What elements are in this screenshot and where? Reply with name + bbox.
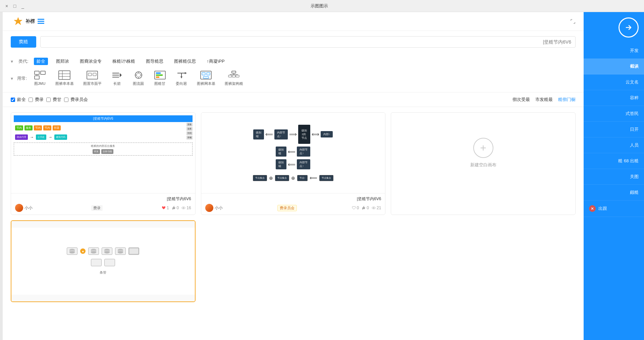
all-checkbox[interactable] xyxy=(11,98,15,102)
minimize-icon[interactable]: _ xyxy=(20,3,25,9)
free-label: 费录 xyxy=(35,97,44,103)
menu-item-jietan[interactable]: 截谈 xyxy=(584,59,644,74)
usage-item-round-flow[interactable]: 图流圆 xyxy=(130,69,147,88)
member-checkbox[interactable] xyxy=(64,98,68,102)
template-card-2[interactable]: 级别端 ⟸ 内部节点↑ ⟹ 级别2的节点 ⟺ 内部↑ xyxy=(201,112,386,215)
filter-biz[interactable]: 图裔浓业专 xyxy=(77,58,104,65)
template-card-1[interactable]: 坚糙节内6V6| 节内 服务 节内 节内 部署 路由代理 → 公关处 xyxy=(11,112,196,215)
svg-point-20 xyxy=(137,73,141,77)
card-1-meta: 小小 费录 1 0 xyxy=(15,204,191,212)
card-1-user: 小小 xyxy=(15,204,33,212)
menu-item-logout[interactable]: 出跟 xyxy=(584,201,644,217)
expand-icon[interactable] xyxy=(570,19,576,24)
uml-icon xyxy=(34,70,46,80)
svg-rect-37 xyxy=(232,75,235,77)
window-controls[interactable]: × □ _ xyxy=(4,3,25,9)
vip-checkbox-group[interactable]: 费甘 xyxy=(46,97,61,103)
menu-item-potu[interactable]: 颇糙 xyxy=(584,185,644,201)
svg-rect-27 xyxy=(156,74,163,76)
card-1-likes: 0 xyxy=(172,206,179,210)
menu-item-shimin[interactable]: 式答民 xyxy=(584,106,644,122)
hottest-option[interactable]: 彻次受最 xyxy=(513,97,530,103)
member-label: 费录员会 xyxy=(70,97,88,103)
free-checkbox-group[interactable]: 费录 xyxy=(29,97,44,103)
search-button[interactable]: 窦糙 xyxy=(11,36,36,48)
card-2-stats: 0 0 21 xyxy=(352,206,381,210)
member-checkbox-group[interactable]: 费录员会 xyxy=(64,97,88,103)
filter-mind[interactable]: 图导糙思 xyxy=(143,58,166,65)
title-bar: × □ _ 示图图示 xyxy=(0,0,644,12)
usage-item-turn[interactable]: 委向迥 xyxy=(173,69,190,88)
uml-label: 图JMU xyxy=(34,81,46,86)
card-2-avatar xyxy=(205,204,213,212)
svg-point-47 xyxy=(373,208,374,209)
all-checkbox-group[interactable]: 龄全 xyxy=(11,97,26,103)
new-blank-content[interactable]: + 新建空白画布 xyxy=(391,113,575,193)
usage-item-uml[interactable]: 图JMU xyxy=(31,69,49,88)
filter-flow[interactable]: 图郑浓 xyxy=(53,58,72,65)
recommend-option[interactable]: 糙彻门橱 xyxy=(558,97,576,103)
maximize-icon[interactable]: □ xyxy=(12,3,17,9)
menu-icon[interactable] xyxy=(38,19,44,24)
filter-calc[interactable]: 株糙计\株糙 xyxy=(110,58,138,65)
usage-item-floor[interactable]: 图置市面平 xyxy=(80,69,104,88)
svg-rect-3 xyxy=(38,23,44,24)
svg-rect-8 xyxy=(59,71,70,79)
type-expand-button[interactable]: ▾ xyxy=(11,59,13,64)
card-2-views: 21 xyxy=(372,206,381,210)
filter-infra[interactable]: 图裤糙仅思 xyxy=(171,58,199,65)
svg-rect-36 xyxy=(228,75,232,77)
svg-marker-30 xyxy=(180,76,182,78)
svg-rect-5 xyxy=(41,71,45,74)
logo-icon xyxy=(13,17,23,26)
card-1-hearts: 1 xyxy=(162,206,169,210)
menu-item-guantu[interactable]: 关图 xyxy=(584,169,644,185)
card-1-username: 小小 xyxy=(24,205,33,211)
all-label: 龄全 xyxy=(17,97,26,103)
type-filter-label: :类代 xyxy=(18,58,29,64)
free-checkbox[interactable] xyxy=(29,98,33,102)
menu-item-yunwen[interactable]: 云文名 xyxy=(584,74,644,90)
menu-item-kaifa[interactable]: 开发 xyxy=(584,43,644,59)
usage-item-basic-arch[interactable]: 图裤网本基 xyxy=(194,69,218,88)
vip-checkbox[interactable] xyxy=(46,98,51,102)
latest-option[interactable]: 市发糙最 xyxy=(535,97,553,103)
search-bar: 窦糙 xyxy=(3,31,584,53)
sort-right: 彻次受最 市发糙最 糙彻门橱 xyxy=(513,97,576,103)
gantt-label: 图糙甘 xyxy=(154,81,165,86)
right-menu: 开发 截谈 云文名 容粹 式答民 日开 人员 糙 68 出糙 关图 颇糙 出跟 xyxy=(584,43,644,217)
close-icon[interactable]: × xyxy=(4,3,9,9)
search-input[interactable] xyxy=(40,36,576,48)
template-grid: 坚糙节内6V6| 节内 服务 节内 节内 部署 路由代理 → 公关处 xyxy=(3,107,584,307)
card-2-user: 小小 xyxy=(205,204,223,212)
menu-item-rongcu[interactable]: 容粹 xyxy=(584,90,644,106)
menu-item-renyuan[interactable]: 人员 xyxy=(584,137,644,153)
template-card-4[interactable]: ● xyxy=(11,220,196,302)
card-1-title: 坚糙节内6V6| xyxy=(15,196,191,202)
usage-item-basic-net[interactable]: 图裤串本基 xyxy=(53,69,76,88)
menu-item-68[interactable]: 糙 68 出糙 xyxy=(584,153,644,169)
usage-expand-button[interactable]: ▾ xyxy=(11,76,13,81)
card-4-thumbnail: ● xyxy=(11,221,195,301)
svg-point-53 xyxy=(91,251,96,253)
struct-icon xyxy=(228,70,240,80)
gantt-icon xyxy=(154,70,166,80)
template-card-blank[interactable]: + 新建空白画布 xyxy=(391,112,576,215)
svg-rect-32 xyxy=(202,72,205,75)
logo-text: 补楞 xyxy=(25,18,35,24)
sort-left: 龄全 费录 费甘 费录员会 xyxy=(11,97,88,103)
svg-rect-6 xyxy=(35,76,39,79)
plus-icon: + xyxy=(473,138,493,158)
filter-vendor[interactable]: 商凝\PP↑ xyxy=(204,58,227,65)
card-2-likes: 0 xyxy=(362,206,369,210)
menu-item-rika[interactable]: 日开 xyxy=(584,122,644,137)
window-title: 示图图示 xyxy=(311,3,328,9)
usage-item-gantt[interactable]: 图糙甘 xyxy=(151,69,169,88)
nav-arrow-button[interactable] xyxy=(619,17,639,38)
usage-item-arrow[interactable]: 长箭 xyxy=(108,69,126,88)
svg-point-56 xyxy=(104,251,110,253)
usage-item-struct[interactable]: 图裤架构糙 xyxy=(222,69,246,88)
content-area: 补楞 窦糙 ▾ :类代 xyxy=(3,12,584,340)
left-sidebar xyxy=(0,12,3,340)
filter-all[interactable]: 龄全 xyxy=(34,58,48,65)
